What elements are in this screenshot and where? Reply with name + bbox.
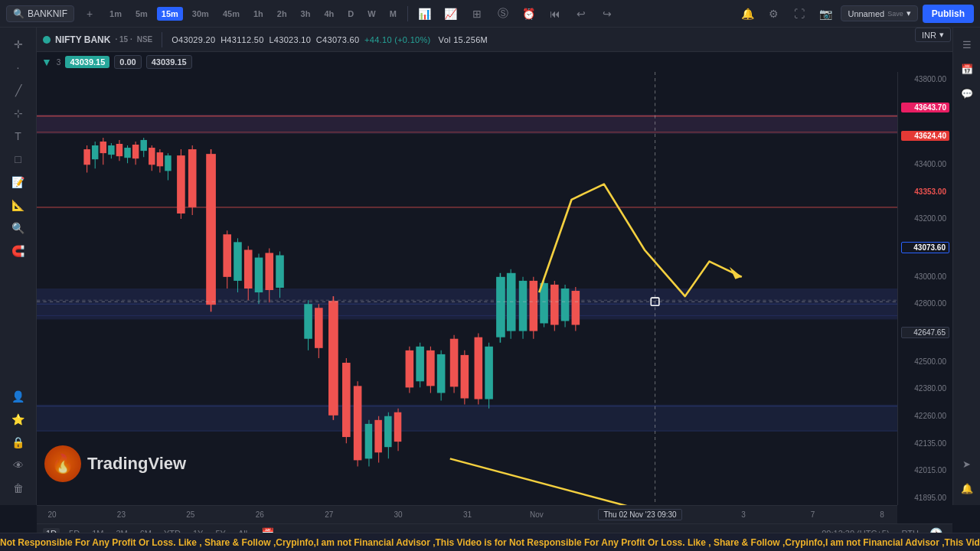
star-tool[interactable]: ⭐ xyxy=(6,409,31,430)
trend-line-tool[interactable]: ╱ xyxy=(6,80,31,101)
zero-price-label: 0.00 xyxy=(114,55,141,69)
close-label: C43073.60 xyxy=(316,35,360,44)
svg-rect-84 xyxy=(485,347,493,399)
settings-button[interactable]: ⚙ xyxy=(763,3,784,24)
calendar-button[interactable]: 📅 xyxy=(956,58,978,80)
time-30: 30 xyxy=(390,510,406,519)
measure-tool[interactable]: 📐 xyxy=(6,194,31,216)
text-tool[interactable]: T xyxy=(6,126,31,147)
account-sub-label: Save xyxy=(887,10,903,18)
gann-tool[interactable]: ⊹ xyxy=(6,103,31,124)
time-nov: Nov xyxy=(529,510,544,519)
price-42260: 42260.00 xyxy=(901,412,949,420)
svg-rect-86 xyxy=(496,277,505,337)
svg-rect-32 xyxy=(165,155,171,171)
svg-rect-20 xyxy=(116,144,122,156)
eye-tool[interactable]: 👁 xyxy=(6,455,31,476)
svg-rect-30 xyxy=(157,152,163,166)
lock-tool[interactable]: 🔒 xyxy=(6,432,31,453)
tf-w[interactable]: W xyxy=(363,7,380,21)
svg-rect-96 xyxy=(550,285,559,325)
svg-rect-2 xyxy=(37,405,952,432)
time-scale: 20 23 25 26 27 30 31 Nov Thu 02 Nov '23 … xyxy=(37,505,897,523)
tf-30m[interactable]: 30m xyxy=(188,7,214,21)
time-23: 23 xyxy=(113,510,129,519)
currency-dropdown[interactable]: INR ▾ xyxy=(915,28,951,42)
dot-tool[interactable]: · xyxy=(6,57,31,78)
bell-button[interactable]: 🔔 xyxy=(956,478,978,499)
price-43353: 43353.00 xyxy=(901,187,949,196)
publish-button[interactable]: Publish xyxy=(923,5,974,23)
price-pct-label: 43039.15 xyxy=(146,55,192,69)
rewind-button[interactable]: ⏮ xyxy=(544,3,566,24)
svg-rect-78 xyxy=(450,339,459,387)
tf-3h[interactable]: 3h xyxy=(296,7,315,21)
svg-rect-14 xyxy=(92,145,98,159)
tf-4h[interactable]: 4h xyxy=(319,7,338,21)
zoom-tool[interactable]: 🔍 xyxy=(6,217,31,239)
svg-rect-54 xyxy=(315,308,323,348)
alert-button[interactable]: 🔔 xyxy=(737,3,758,24)
tf-15m[interactable]: 15m xyxy=(157,7,183,21)
time-3: 3 xyxy=(736,510,751,519)
top-bar-left: 🔍 BANKNIF + 1m 5m 15m 30m 45m 1h 2h 3h 4… xyxy=(6,3,732,24)
annotation-tool[interactable]: 📝 xyxy=(6,171,31,193)
tf-45m[interactable]: 45m xyxy=(218,7,244,21)
news-button[interactable]: 💬 xyxy=(956,83,978,104)
symbol-separator xyxy=(162,32,162,47)
top-bar-right: 🔔 ⚙ ⛶ 📷 Unnamed Save ▾ Publish xyxy=(737,3,974,24)
watermark-text: TradingView xyxy=(87,454,186,474)
chart-svg[interactable] xyxy=(37,72,952,505)
current-price-label: 43039.15 xyxy=(65,56,109,68)
price-43643: 43643.70 xyxy=(901,103,949,112)
time-crosshair: Thu 02 Nov '23 09:30 xyxy=(598,509,681,520)
indicators-button[interactable]: 📈 xyxy=(440,3,462,24)
trash-tool[interactable]: 🗑 xyxy=(6,478,31,499)
s-button[interactable]: Ⓢ xyxy=(492,3,514,24)
person-tool[interactable]: 👤 xyxy=(6,386,31,407)
magnet-tool[interactable]: 🧲 xyxy=(6,240,31,262)
time-26: 26 xyxy=(252,510,267,519)
chart-type-button[interactable]: 📊 xyxy=(414,3,436,24)
tf-m[interactable]: M xyxy=(385,7,401,21)
svg-rect-24 xyxy=(132,145,139,158)
search-icon: 🔍 xyxy=(13,8,24,19)
price-current: 43073.60 xyxy=(901,242,949,253)
price-43000: 43000.00 xyxy=(901,272,949,281)
snapshot-button[interactable]: 📷 xyxy=(815,3,836,24)
tf-2h[interactable]: 2h xyxy=(273,7,292,21)
arrow-button[interactable]: ➤ xyxy=(956,453,978,474)
svg-rect-16 xyxy=(100,142,106,153)
right-toolbar: ☰ 📅 💬 ➤ 🔔 xyxy=(952,28,980,505)
open-label: O43029.20 xyxy=(172,35,215,44)
low-label: L43023.10 xyxy=(269,35,311,44)
watchlist-button[interactable]: ☰ xyxy=(956,34,978,55)
tf-5m[interactable]: 5m xyxy=(131,7,152,21)
fullscreen-button[interactable]: ⛶ xyxy=(789,3,810,24)
undo-button[interactable]: ↩ xyxy=(570,3,592,24)
high-label: H43112.50 xyxy=(220,35,264,44)
svg-rect-40 xyxy=(223,234,231,277)
add-symbol-button[interactable]: + xyxy=(79,3,100,24)
time-7: 7 xyxy=(805,510,821,519)
symbol-search[interactable]: 🔍 BANKNIF xyxy=(6,5,74,22)
price-43200: 43200.00 xyxy=(901,214,949,223)
tf-d[interactable]: D xyxy=(343,7,358,21)
svg-rect-0 xyxy=(37,115,952,134)
clock-button[interactable]: ⏰ xyxy=(518,3,540,24)
price-43624: 43624.40 xyxy=(901,131,949,141)
crosshair-tool[interactable]: ✛ xyxy=(6,34,31,55)
templates-button[interactable]: ⊞ xyxy=(466,3,488,24)
svg-rect-82 xyxy=(475,337,483,399)
account-menu[interactable]: Unnamed Save ▾ xyxy=(841,5,917,21)
tf-1h[interactable]: 1h xyxy=(249,7,268,21)
redo-button[interactable]: ↪ xyxy=(596,3,618,24)
svg-rect-92 xyxy=(530,281,538,331)
shapes-tool[interactable]: □ xyxy=(6,148,31,170)
tf-1m[interactable]: 1m xyxy=(105,7,126,21)
layer-count: 3 xyxy=(57,58,61,67)
price-42135: 42135.00 xyxy=(901,439,949,448)
price-labels-bar: ▼ 3 43039.15 0.00 43039.15 xyxy=(37,52,952,72)
symbol-name[interactable]: NIFTY BANK · 15 · NSE xyxy=(43,34,152,45)
top-bar: 🔍 BANKNIF + 1m 5m 15m 30m 45m 1h 2h 3h 4… xyxy=(0,0,980,28)
